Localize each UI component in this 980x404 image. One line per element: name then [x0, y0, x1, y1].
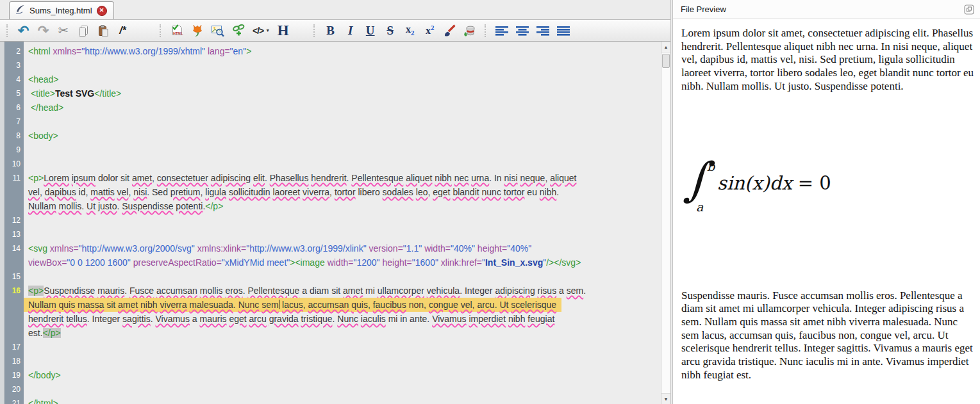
bold-button[interactable]: B [322, 22, 339, 39]
highlight-color-button[interactable] [461, 22, 478, 39]
code-line: <title>Test SVG</title> [24, 86, 121, 101]
editor-scrollbar[interactable]: ▲ ▼ [661, 42, 670, 404]
code-segment: /></svg> [546, 257, 581, 268]
align-center-button[interactable] [513, 22, 531, 39]
html-validate-button[interactable]: HTML [168, 22, 186, 39]
code-segment: "http://www.w3.org/2000/svg" [79, 243, 195, 254]
tab-sums-integ[interactable]: Sums_Integ.html ✕ [9, 1, 114, 19]
code-line: <body> [24, 129, 58, 143]
code-segment: xlink:href= [441, 257, 482, 268]
insert-link-button[interactable] [229, 22, 248, 39]
editor-row[interactable]: 5 <title>Test SVG</title> [4, 86, 670, 101]
code-segment: neque [520, 173, 545, 183]
code-line [24, 382, 28, 396]
editor-row[interactable]: 19</body> [4, 368, 670, 382]
editor-row[interactable]: vel, dapibus id, mattis vel, nisi. Sed p… [4, 185, 670, 199]
preview-header: File Preview [673, 0, 980, 19]
code-segment: "0 0 1200 1600" [67, 257, 130, 268]
code-segment: iaculis [361, 314, 386, 324]
editor-row[interactable]: 16<p>Suspendisse mauris. Fusce accumsan … [4, 284, 670, 298]
editor-row[interactable]: 7 [4, 115, 670, 129]
editor-row[interactable]: Nullam quis massa sit amet nibh viverra … [4, 298, 670, 312]
code-segment: "http://www.w3.org/1999/xlink" [246, 243, 366, 254]
code-line: Nullam quis massa sit amet nibh viverra … [24, 298, 561, 312]
align-center-icon [515, 26, 529, 36]
cut-button[interactable]: ✂ [54, 22, 72, 39]
code-segment: <p> [28, 173, 44, 183]
code-segment: id, [76, 187, 91, 197]
align-justify-button[interactable] [554, 22, 572, 39]
code-segment: vel [28, 187, 40, 197]
code-line [24, 213, 28, 227]
editor-row[interactable]: 8<body> [4, 129, 670, 143]
italic-button[interactable]: I [342, 22, 359, 39]
code-segment: sagittis [122, 314, 151, 324]
editor-row[interactable]: 2<html xmlns="http://www.w3.org/1999/xht… [4, 44, 670, 58]
editor-row[interactable]: 18 [4, 354, 670, 368]
code-segment: gravida [269, 314, 299, 324]
editor-row[interactable]: 4<head> [4, 72, 670, 86]
preview-paragraph-1: Lorem ipsum dolor sit amet, consectetuer… [681, 27, 977, 93]
code-segment: adipiscing [211, 173, 251, 183]
heading-button[interactable]: H [274, 22, 292, 39]
editor-row[interactable]: 12 [4, 213, 670, 227]
undo-button[interactable]: ↶ [15, 22, 32, 39]
align-justify-icon [556, 26, 570, 36]
editor-row[interactable]: 21</html> [4, 396, 670, 404]
scroll-up-button[interactable]: ▲ [661, 42, 670, 53]
code-segment: sem [567, 286, 583, 296]
popout-icon[interactable] [963, 4, 975, 15]
align-right-button[interactable] [534, 22, 552, 39]
comment-button[interactable]: /* [114, 22, 131, 39]
underline-button[interactable]: U [361, 22, 379, 39]
editor-row[interactable]: 13 [4, 227, 670, 241]
strikethrough-button[interactable]: S [381, 22, 399, 39]
line-number [4, 255, 24, 270]
code-segment: > [246, 46, 251, 56]
copy-button[interactable] [74, 22, 92, 39]
editor-row[interactable]: 10 [4, 157, 670, 171]
scroll-down-button[interactable]: ▼ [661, 393, 670, 404]
code-segment: lang= [208, 46, 230, 56]
code-segment: . [583, 286, 586, 296]
editor-row[interactable]: est.</p> [4, 326, 670, 340]
markup-view-button[interactable]: </> ▼ [251, 22, 272, 39]
code-segment: feugiat [527, 314, 554, 324]
editor-row[interactable]: 6 </head> [4, 101, 670, 115]
align-left-button[interactable] [493, 22, 511, 39]
tulip-icon [191, 24, 204, 37]
subscript-button[interactable]: x2 [401, 22, 419, 39]
code-segment: , [40, 187, 45, 197]
source-editor[interactable]: 2<html xmlns="http://www.w3.org/1999/xht… [0, 42, 670, 404]
superscript-button[interactable]: x2 [421, 22, 438, 39]
editor-row[interactable]: 14<svg xmlns="http://www.w3.org/2000/svg… [4, 241, 670, 255]
code-segment: est. [28, 328, 43, 338]
code-line: est.</p> [24, 326, 61, 340]
editor-row[interactable]: 3 [4, 58, 670, 72]
image-preview-button[interactable] [208, 22, 227, 39]
insert-image-button[interactable] [188, 22, 206, 39]
editor-row[interactable]: 20 [4, 382, 670, 396]
code-line [24, 340, 28, 354]
editor-row[interactable]: hendrerit tellus. Integer sagittis. Viva… [4, 312, 670, 326]
code-segment: . [265, 173, 270, 183]
line-number: 9 [4, 143, 24, 157]
line-number: 4 [4, 72, 24, 86]
editor-pane: Sums_Integ.html ✕ ↶ ↷ ✂ [0, 0, 670, 404]
editor-row[interactable]: 17 [4, 340, 670, 354]
editor-row[interactable]: 11<p>Lorem ipsum dolor sit amet, consect… [4, 171, 670, 185]
editor-row[interactable]: viewBox="0 0 1200 1600" preserveAspectRa… [4, 255, 670, 270]
editor-row[interactable]: Nullam mollis. Ut justo. Suspendisse pot… [4, 199, 670, 213]
paste-button[interactable] [94, 22, 112, 39]
redo-button[interactable]: ↷ [35, 22, 52, 39]
svg-text:HTML: HTML [173, 31, 183, 35]
scrollbar-thumb[interactable] [662, 54, 670, 68]
code-segment: eu [524, 187, 539, 197]
editor-row[interactable]: 15 [4, 270, 670, 284]
text-color-button[interactable] [441, 22, 458, 39]
code-segment: "40%" [507, 243, 531, 254]
toolbar-grip [6, 24, 10, 37]
code-segment: aliquet [550, 173, 576, 183]
tab-close-icon[interactable]: ✕ [97, 6, 107, 16]
editor-row[interactable]: 9 [4, 143, 670, 157]
